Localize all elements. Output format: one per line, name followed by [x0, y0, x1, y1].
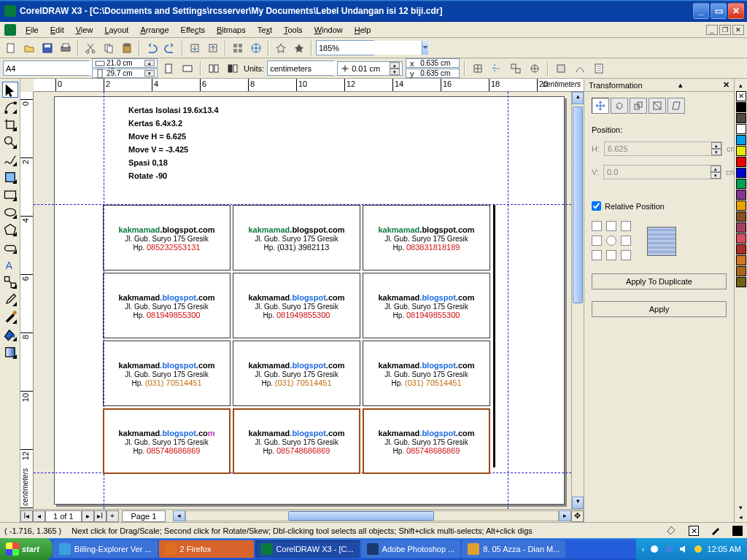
color-swatch[interactable] — [736, 190, 746, 200]
print-button[interactable] — [58, 40, 74, 56]
menu-layout[interactable]: Layout — [99, 24, 133, 36]
menu-window[interactable]: Window — [309, 24, 348, 36]
mdi-restore-button[interactable]: ❐ — [719, 25, 731, 35]
label-card[interactable]: kakmamad.blogspot.comJl. Gub. Suryo 175 … — [103, 205, 231, 271]
vertical-scrollbar[interactable]: ▴ ▾ — [571, 92, 584, 509]
color-swatch[interactable] — [736, 146, 746, 156]
paste-button[interactable] — [119, 40, 135, 56]
color-swatch[interactable] — [736, 113, 746, 123]
menu-bitmaps[interactable]: Bitmaps — [212, 24, 251, 36]
menu-effects[interactable]: Effects — [176, 24, 210, 36]
note-text[interactable]: Kertas Isolasi 19.6x13.4 Kertas 6.4x3.2 … — [128, 104, 219, 182]
fill-swatch[interactable]: ✕ — [689, 526, 699, 536]
color-swatch[interactable] — [736, 102, 746, 112]
color-swatch[interactable] — [736, 124, 746, 134]
smart-fill-tool[interactable] — [2, 169, 18, 185]
rectangle-tool[interactable] — [2, 187, 18, 203]
size-mode-button[interactable] — [649, 98, 666, 114]
outline-tool[interactable] — [2, 309, 18, 325]
treat-as-filled-button[interactable] — [553, 61, 569, 77]
color-swatch[interactable] — [736, 266, 746, 276]
app-launcher-button[interactable] — [230, 40, 246, 56]
tray-icon[interactable] — [649, 544, 659, 554]
v-position-field[interactable]: ▴▾ — [603, 165, 721, 179]
label-card[interactable]: kakmamad.blogspot.comJl. Gub. Suryo 175 … — [103, 273, 231, 338]
zoom-tool[interactable] — [2, 134, 18, 150]
pick-tool[interactable] — [2, 82, 18, 98]
page-tab[interactable]: Page 1 — [122, 510, 166, 522]
options-page-button[interactable] — [591, 61, 607, 77]
label-card[interactable]: kakmamad.blogspot.comJl. Gub. Suryo 175 … — [233, 273, 360, 338]
system-tray[interactable]: ‹ 12:05 AM — [636, 538, 747, 560]
all-pages-button[interactable] — [206, 61, 222, 77]
black-bar[interactable] — [493, 205, 495, 467]
basic-shapes-tool[interactable] — [2, 239, 18, 255]
apply-button[interactable]: Apply — [592, 301, 727, 317]
color-swatch[interactable] — [736, 211, 746, 222]
snap-guide-button[interactable] — [489, 61, 505, 77]
zoom-input[interactable] — [317, 41, 422, 55]
mdi-close-button[interactable]: ✕ — [732, 25, 744, 35]
ellipse-tool[interactable] — [2, 204, 18, 220]
color-swatch[interactable] — [736, 244, 746, 254]
menu-help[interactable]: Help — [349, 24, 376, 36]
crop-tool[interactable] — [2, 117, 18, 133]
guideline-v[interactable] — [508, 92, 508, 509]
color-swatch[interactable] — [736, 168, 746, 178]
menu-file[interactable]: File — [20, 24, 44, 36]
label-card[interactable]: kakmamad.blogspot.comJl. Gub. Suryo 175 … — [363, 341, 490, 406]
polygon-tool[interactable] — [2, 222, 18, 238]
interactive-fill-tool[interactable] — [2, 344, 18, 360]
landscape-button[interactable] — [179, 61, 196, 77]
menu-tools[interactable]: Tools — [279, 24, 308, 36]
units-combo[interactable] — [267, 61, 334, 76]
no-fill-swatch[interactable] — [736, 91, 746, 101]
color-swatch[interactable] — [736, 201, 746, 211]
undo-button[interactable] — [144, 40, 160, 56]
taskbar-button[interactable]: CorelDRAW X3 - [C... — [255, 540, 360, 558]
scale-mode-button[interactable] — [630, 98, 647, 114]
last-page-button[interactable]: ▸I — [94, 510, 107, 522]
docker-close-icon[interactable]: ✕ — [723, 80, 729, 90]
save-button[interactable] — [39, 40, 55, 56]
docker-collapse-icon[interactable]: ▴ — [678, 80, 683, 90]
v-scroll-thumb[interactable] — [573, 106, 583, 303]
color-swatch[interactable] — [736, 277, 746, 287]
position-mode-button[interactable] — [592, 98, 609, 114]
import-button[interactable] — [187, 40, 203, 56]
color-swatch[interactable] — [736, 135, 746, 145]
options-button[interactable] — [291, 40, 307, 56]
label-card[interactable]: kakmamad.blogspot.comJl. Gub. Suryo 175 … — [363, 205, 490, 271]
tray-expand-icon[interactable]: ‹ — [642, 545, 645, 553]
text-tool[interactable]: A — [2, 257, 18, 273]
paper-size-combo[interactable] — [3, 61, 89, 76]
outline-swatch[interactable] — [732, 526, 743, 536]
page-width-field[interactable]: ▴ — [92, 58, 158, 68]
apply-duplicate-button[interactable]: Apply To Duplicate — [592, 273, 727, 289]
scroll-down-button[interactable]: ▾ — [572, 497, 584, 509]
portrait-button[interactable] — [160, 61, 177, 77]
mdi-minimize-button[interactable]: _ — [706, 25, 718, 35]
add-page-button[interactable]: + — [107, 510, 119, 522]
corel-online-button[interactable] — [248, 40, 264, 56]
export-button[interactable] — [205, 40, 221, 56]
label-card[interactable]: kakmamad.blogspot.comJl. Gub. Suryo 175 … — [363, 273, 490, 338]
palette-flyout-icon[interactable]: ◂ — [736, 513, 746, 522]
tray-icon[interactable] — [693, 544, 703, 554]
menu-arrange[interactable]: Arrange — [135, 24, 174, 36]
page-height-field[interactable]: ▾ — [92, 69, 158, 78]
current-page-button[interactable] — [225, 61, 241, 77]
color-swatch[interactable] — [736, 157, 746, 167]
taskbar-button[interactable]: Billing-Explorer Ver ... — [53, 540, 158, 558]
color-swatch[interactable] — [736, 222, 746, 233]
taskbar-button[interactable]: 2 Firefox — [159, 540, 254, 558]
drawing-canvas[interactable]: Kertas Isolasi 19.6x13.4 Kertas 6.4x3.2 … — [34, 92, 571, 509]
scroll-up-button[interactable]: ▴ — [572, 92, 584, 104]
label-card[interactable]: kakmamad.blogspot.comJl. Gub. Suryo 175 … — [103, 341, 231, 406]
copy-button[interactable] — [101, 40, 117, 56]
relative-position-checkbox[interactable] — [592, 201, 601, 211]
label-card[interactable]: kakmamad.blogspot.comJl. Gub. Suryo 175 … — [103, 408, 231, 474]
taskbar-button[interactable]: Adobe Photoshop ... — [361, 540, 461, 558]
tray-icon[interactable] — [664, 544, 674, 554]
pan-button[interactable]: ✥ — [571, 510, 584, 522]
